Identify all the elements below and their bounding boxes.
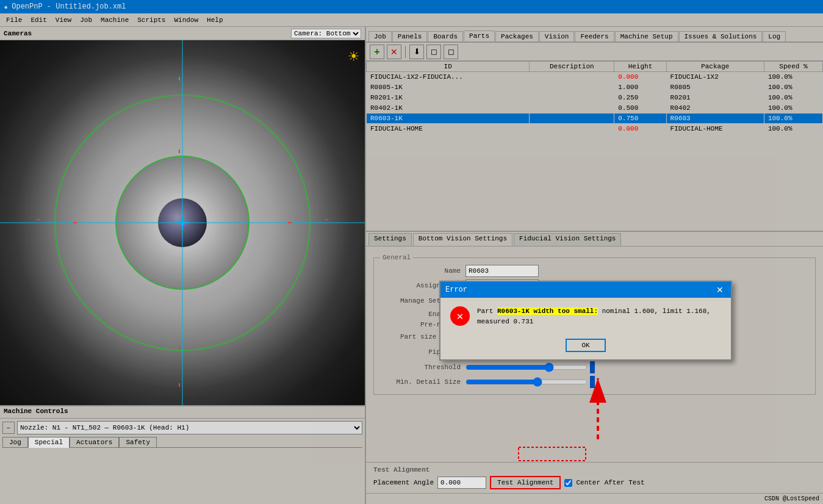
dialog-title-text: Error xyxy=(445,286,467,294)
dialog-body: ✕ Part R0603-1K width too small: nominal… xyxy=(440,298,731,335)
dialog-title-bar: Error ✕ xyxy=(440,282,731,298)
dialog-overlay: Error ✕ ✕ Part R0603-1K width too small:… xyxy=(0,0,823,504)
highlighted-text: R0603-1K width too small: xyxy=(497,308,598,315)
error-dialog: Error ✕ ✕ Part R0603-1K width too small:… xyxy=(439,281,732,361)
ok-button[interactable]: OK xyxy=(566,339,605,352)
dialog-message: Part R0603-1K width too small: nominal 1… xyxy=(477,306,721,326)
dialog-footer: OK xyxy=(440,335,731,359)
dialog-close-button[interactable]: ✕ xyxy=(714,285,726,295)
error-icon: ✕ xyxy=(450,306,470,326)
